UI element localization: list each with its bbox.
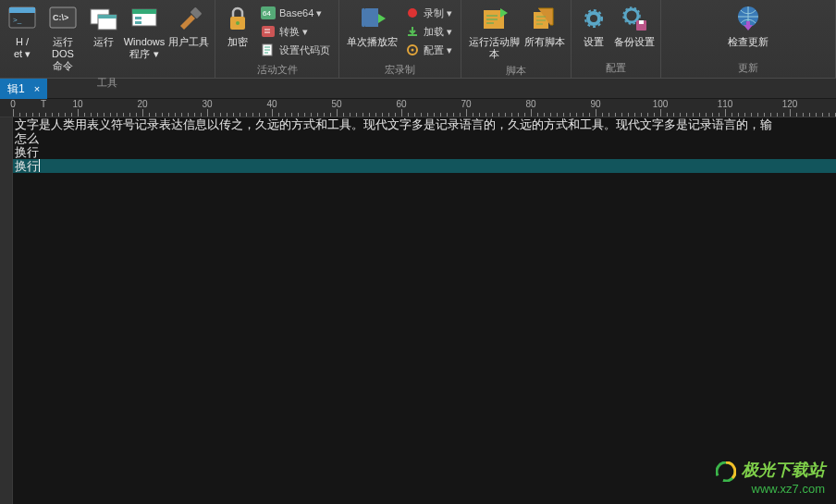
ruler-number: 100: [653, 99, 669, 109]
base64-icon: 64: [261, 6, 276, 20]
tab-edit1[interactable]: 辑1 ×: [0, 79, 47, 99]
user-tools-button[interactable]: 用户工具: [166, 2, 211, 50]
ribbon: >_ H / et ▾ C:\> 运行 DOS 命令 运行 W: [0, 0, 836, 79]
globe-up-icon: [733, 4, 763, 33]
ribbon-group-label-macro: 宏录制: [385, 61, 415, 80]
encrypt-button[interactable]: 加密: [219, 2, 256, 50]
ribbon-group-script: 运行活动脚本 所有脚本 脚本: [461, 0, 572, 78]
svg-point-23: [412, 49, 414, 52]
page-icon: [261, 43, 276, 57]
play-scroll-icon: [357, 4, 387, 33]
svg-rect-17: [262, 26, 275, 37]
svg-rect-10: [135, 17, 141, 19]
svg-rect-9: [132, 9, 156, 14]
ribbon-group-tools: >_ H / et ▾ C:\> 运行 DOS 命令 运行 W: [0, 0, 215, 78]
editor-line[interactable]: 换行: [13, 159, 836, 173]
svg-text:64: 64: [263, 9, 271, 18]
ribbon-group-label-script: 脚本: [506, 62, 526, 80]
scripts-stack-icon: [530, 4, 559, 33]
editor[interactable]: 文字是人类用表义符号记录表达信息以传之，久远的方式和工具。现代文字多是记录语言的…: [0, 117, 836, 504]
terminal-icon: >_: [7, 4, 37, 33]
settings-button[interactable]: 设置: [575, 2, 612, 50]
svg-point-20: [408, 8, 417, 18]
ruler-number: 20: [137, 99, 147, 109]
run-windows-button[interactable]: Windows 程序 ▾: [122, 2, 166, 62]
watermark-brand: 极光下载站: [742, 461, 825, 479]
svg-point-25: [588, 13, 599, 24]
ruler-number: 120: [782, 99, 798, 109]
ruler-number: 90: [590, 99, 600, 109]
load-icon: [405, 24, 420, 39]
watermark-url: www.xz7.com: [716, 482, 825, 497]
base64-button[interactable]: 64 Base64 ▾: [258, 4, 333, 22]
ruler-number: 60: [396, 99, 406, 109]
ruler: T 0102030405060708090100110120: [0, 99, 836, 117]
run-dos-button[interactable]: C:\> 运行 DOS 命令: [41, 2, 85, 74]
svg-point-14: [236, 21, 240, 25]
ssh-telnet-button[interactable]: >_ H / et ▾: [4, 2, 41, 62]
logo-icon: [716, 461, 736, 482]
ribbon-group-config: 设置 备份设置 配置: [572, 0, 661, 78]
ribbon-group-label-config: 配置: [606, 59, 626, 78]
tab-bar: 辑1 ×: [0, 79, 836, 99]
editor-line[interactable]: 换行: [13, 145, 836, 159]
svg-text:C:\>: C:\>: [53, 13, 68, 22]
ribbon-group-label-update: 更新: [738, 59, 758, 78]
svg-text:>_: >_: [13, 16, 22, 24]
backup-settings-button[interactable]: 备份设置: [612, 2, 657, 50]
ruler-number: 10: [72, 99, 82, 109]
ribbon-group-label-activefile: 活动文件: [257, 61, 298, 80]
run-button[interactable]: 运行: [85, 2, 122, 50]
hammer-icon: [174, 4, 203, 33]
app-window-icon: [89, 4, 118, 33]
svg-rect-11: [135, 21, 141, 24]
all-scripts-button[interactable]: 所有脚本: [522, 2, 567, 50]
convert-button[interactable]: 转换 ▾: [258, 22, 333, 41]
gutter: [0, 117, 13, 504]
ruler-number: 40: [266, 99, 277, 109]
run-active-script-button[interactable]: 运行活动脚本: [465, 2, 522, 62]
ruler-number: 30: [202, 99, 212, 109]
codepage-button[interactable]: 设置代码页: [258, 41, 333, 59]
ribbon-group-activefile: 加密 64 Base64 ▾ 转换 ▾ 设置代码页 活动文件: [215, 0, 339, 78]
ruler-number: 0: [10, 99, 16, 109]
lock-icon: [223, 4, 252, 33]
windows-app-icon: [129, 4, 159, 33]
watermark: 极光下载站 www.xz7.com: [716, 461, 825, 497]
script-play-icon: [479, 4, 509, 33]
ruler-number: 70: [461, 99, 471, 109]
ribbon-group-update: 检查更新 更新: [661, 0, 836, 78]
macro-config-button[interactable]: 配置 ▾: [402, 41, 455, 59]
svg-point-27: [625, 9, 638, 22]
convert-icon: [261, 24, 276, 39]
gear-icon: [579, 4, 609, 33]
editor-line[interactable]: 文字是人类用表义符号记录表达信息以传之，久远的方式和工具。现代文字多是记录语言的…: [13, 117, 836, 131]
gear-save-icon: [620, 4, 649, 33]
ruler-number: 80: [525, 99, 535, 109]
svg-marker-19: [378, 14, 386, 23]
svg-rect-7: [98, 15, 117, 18]
dos-icon: C:\>: [48, 4, 78, 33]
svg-rect-30: [639, 20, 644, 24]
ribbon-group-macro: 单次播放宏 录制 ▾ 加载 ▾ 配置 ▾ 宏录制: [339, 0, 461, 78]
check-update-button[interactable]: 检查更新: [726, 2, 770, 50]
text-caret: [39, 159, 40, 172]
ruler-number: 110: [718, 99, 733, 109]
tab-label: 辑1: [7, 81, 25, 97]
record-icon: [405, 6, 420, 20]
record-button[interactable]: 录制 ▾: [402, 4, 455, 22]
gear-small-icon: [405, 43, 420, 57]
load-button[interactable]: 加载 ▾: [402, 22, 455, 41]
svg-rect-1: [9, 7, 35, 13]
play-macro-button[interactable]: 单次播放宏: [343, 2, 400, 50]
editor-line[interactable]: 怎么: [13, 131, 836, 145]
tab-close-button[interactable]: ×: [34, 83, 40, 94]
ruler-number: 50: [331, 99, 341, 109]
ribbon-group-label-tools: 工具: [97, 74, 117, 92]
svg-rect-21: [408, 34, 417, 36]
